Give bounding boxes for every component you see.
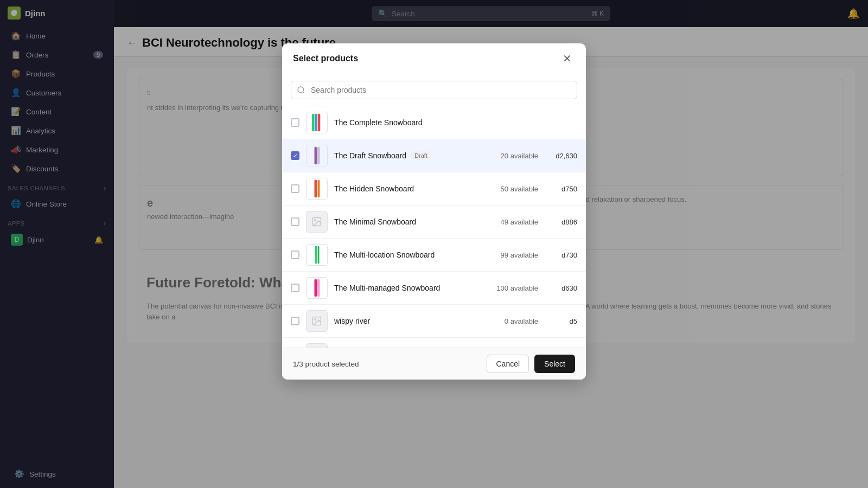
product-price-wispy-river: d5 <box>545 317 577 325</box>
product-price-hidden-snowboard: d750 <box>545 185 577 193</box>
product-item-complete-snowboard[interactable]: The Complete Snowboard <box>282 106 586 139</box>
select-button[interactable]: Select <box>534 355 575 373</box>
svg-point-14 <box>315 319 316 320</box>
product-item-minimal-snowboard[interactable]: The Minimal Snowboard 49 available d886 <box>282 206 586 239</box>
product-price-draft-snowboard: d2,630 <box>545 152 577 160</box>
product-thumb-yellow-snowboard <box>306 343 328 348</box>
product-price-multilocation-snowboard: d730 <box>545 251 577 259</box>
product-price-minimal-snowboard: d886 <box>545 218 577 226</box>
product-item-draft-snowboard[interactable]: ✓ The Draft Snowboard Draft 20 available… <box>282 139 586 172</box>
modal-close-button[interactable]: ✕ <box>559 52 575 65</box>
product-name-draft-snowboard: The Draft Snowboard Draft <box>334 151 483 160</box>
selected-count-label: 1/3 product selected <box>293 360 359 368</box>
product-checkbox-wispy-river[interactable] <box>291 317 299 325</box>
svg-rect-6 <box>318 180 320 197</box>
product-item-hidden-snowboard[interactable]: The Hidden Snowboard 50 available d750 <box>282 172 586 206</box>
svg-rect-12 <box>317 279 320 297</box>
product-checkbox-multimanaged-snowboard[interactable] <box>291 284 299 292</box>
product-checkbox-hidden-snowboard[interactable] <box>291 184 299 193</box>
svg-rect-10 <box>318 246 320 264</box>
modal-header: Select products ✕ <box>282 43 586 74</box>
svg-rect-9 <box>315 246 317 264</box>
modal-footer: 1/3 product selected Cancel Select <box>282 348 586 380</box>
svg-rect-5 <box>315 180 317 197</box>
product-thumb-wispy-river <box>306 310 328 332</box>
product-checkbox-complete-snowboard[interactable] <box>291 118 299 127</box>
modal-search-area <box>282 74 586 106</box>
product-availability-multilocation-snowboard: 99 available <box>489 251 538 259</box>
product-thumb-minimal-snowboard <box>306 211 328 233</box>
product-thumb-complete-snowboard <box>306 112 328 133</box>
product-thumb-draft-snowboard <box>306 145 328 166</box>
modal-overlay: Select products ✕ <box>114 0 868 488</box>
product-availability-multimanaged-snowboard: 100 available <box>489 284 538 292</box>
product-item-yellow-snowboard[interactable]: Yellow Snowboard 0 available d17 <box>282 338 586 348</box>
product-availability-wispy-river: 0 available <box>489 317 538 325</box>
svg-rect-2 <box>312 114 315 131</box>
product-thumb-hidden-snowboard <box>306 178 328 200</box>
product-checkbox-multilocation-snowboard[interactable] <box>291 251 299 259</box>
select-products-modal: Select products ✕ <box>282 43 586 380</box>
product-availability-hidden-snowboard: 50 available <box>489 185 538 193</box>
product-item-multimanaged-snowboard[interactable]: The Multi-managed Snowboard 100 availabl… <box>282 272 586 305</box>
cancel-button[interactable]: Cancel <box>487 355 529 373</box>
footer-actions: Cancel Select <box>487 355 575 373</box>
svg-rect-3 <box>315 147 317 164</box>
svg-rect-11 <box>315 279 317 297</box>
product-name-hidden-snowboard: The Hidden Snowboard <box>334 184 483 193</box>
product-list: The Complete Snowboard ✓ The Draft Snow <box>282 106 586 348</box>
draft-badge: Draft <box>411 151 431 160</box>
product-item-multilocation-snowboard[interactable]: The Multi-location Snowboard 99 availabl… <box>282 239 586 272</box>
product-name-multimanaged-snowboard: The Multi-managed Snowboard <box>334 284 483 292</box>
product-checkbox-minimal-snowboard[interactable] <box>291 217 299 226</box>
product-name-multilocation-snowboard: The Multi-location Snowboard <box>334 251 483 259</box>
product-search-input[interactable] <box>291 81 577 99</box>
product-name-minimal-snowboard: The Minimal Snowboard <box>334 217 483 226</box>
product-price-multimanaged-snowboard: d630 <box>545 284 577 292</box>
svg-rect-4 <box>317 147 320 164</box>
modal-title: Select products <box>293 54 358 63</box>
product-checkbox-draft-snowboard[interactable]: ✓ <box>291 151 299 160</box>
product-availability-draft-snowboard: 20 available <box>489 152 538 160</box>
svg-rect-1 <box>318 114 321 131</box>
product-thumb-multimanaged-snowboard <box>306 277 328 299</box>
main-content: 🔍 Search ⌘ K 🔔 ← BCI Neurotechnology is … <box>114 0 868 488</box>
product-name-complete-snowboard: The Complete Snowboard <box>334 118 483 127</box>
product-thumb-multilocation-snowboard <box>306 244 328 266</box>
product-availability-minimal-snowboard: 49 available <box>489 218 538 226</box>
svg-rect-0 <box>315 114 317 131</box>
svg-point-8 <box>315 220 316 221</box>
product-name-wispy-river: wispy river <box>334 317 483 325</box>
product-item-wispy-river[interactable]: wispy river 0 available d5 <box>282 305 586 338</box>
